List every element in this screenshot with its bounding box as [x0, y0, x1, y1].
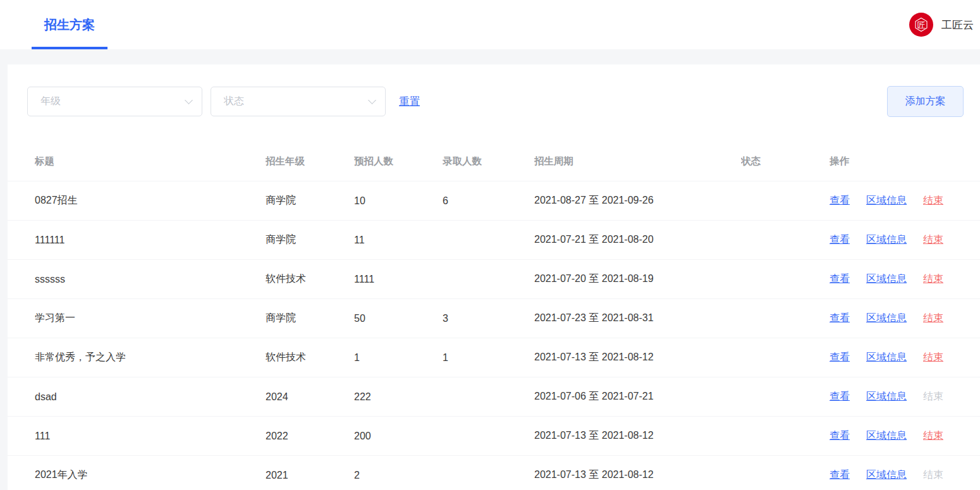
filter-bar: 年级 状态 重置 添加方案 [27, 86, 964, 117]
user-menu[interactable]: 匠 工匠云 [909, 0, 980, 49]
cell-title: dsad [35, 391, 266, 403]
cell-admitted: 6 [443, 195, 534, 207]
end-link[interactable]: 结束 [923, 194, 943, 207]
cell-actions: 查看 区域信息 结束 [830, 351, 980, 364]
table-row: 非常优秀，予之入学 软件技术 1 1 2021-07-13 至 2021-08-… [8, 338, 980, 377]
end-link[interactable]: 结束 [923, 273, 943, 286]
end-link[interactable]: 结束 [923, 469, 943, 482]
cell-actions: 查看 区域信息 结束 [830, 233, 980, 247]
cell-period: 2021-07-23 至 2021-08-31 [534, 312, 741, 325]
view-link[interactable]: 查看 [830, 351, 850, 364]
cell-grade: 2024 [266, 391, 354, 403]
region-info-link[interactable]: 区域信息 [866, 469, 907, 482]
column-header-title: 标题 [35, 155, 266, 168]
brand-avatar-icon: 匠 [909, 13, 933, 37]
cell-grade: 商学院 [266, 312, 354, 325]
cell-admitted: 1 [443, 352, 534, 364]
plans-table: 标题 招生年级 预招人数 录取人数 招生周期 状态 操作 0827招生 商学院 … [8, 142, 980, 490]
view-link[interactable]: 查看 [830, 194, 850, 207]
end-link[interactable]: 结束 [923, 351, 943, 364]
cell-title: 学习第一 [35, 312, 266, 325]
view-link[interactable]: 查看 [830, 469, 850, 482]
cell-title: 2021年入学 [35, 469, 266, 482]
add-plan-button[interactable]: 添加方案 [887, 86, 964, 117]
table-row: 111 2022 200 2021-07-13 至 2021-08-12 查看 … [8, 417, 980, 456]
region-info-link[interactable]: 区域信息 [866, 312, 907, 325]
view-link[interactable]: 查看 [830, 273, 850, 286]
cell-title: 非常优秀，予之入学 [35, 351, 266, 364]
cell-title: 0827招生 [35, 194, 266, 207]
cell-grade: 软件技术 [266, 351, 354, 364]
grade-select[interactable]: 年级 [27, 87, 202, 116]
cell-planned: 222 [354, 391, 443, 403]
cell-planned: 2 [354, 470, 443, 481]
chevron-down-icon [368, 96, 376, 104]
cell-actions: 查看 区域信息 结束 [830, 469, 980, 482]
cell-title: ssssss [35, 274, 266, 285]
grade-select-placeholder: 年级 [40, 95, 186, 108]
region-info-link[interactable]: 区域信息 [866, 194, 907, 207]
cell-actions: 查看 区域信息 结束 [830, 273, 980, 286]
end-link[interactable]: 结束 [923, 429, 943, 443]
user-name: 工匠云 [941, 18, 974, 32]
cell-title: 111111 [35, 235, 266, 246]
tab-enrollment-plan[interactable]: 招生方案 [32, 0, 107, 49]
region-info-link[interactable]: 区域信息 [866, 233, 907, 247]
column-header-actions: 操作 [830, 155, 980, 168]
chevron-down-icon [185, 96, 193, 104]
cell-period: 2021-07-06 至 2021-07-21 [534, 390, 741, 403]
cell-grade: 商学院 [266, 194, 354, 207]
cell-period: 2021-08-27 至 2021-09-26 [534, 194, 741, 207]
tab-active-indicator [32, 47, 107, 49]
column-header-period: 招生周期 [534, 155, 741, 168]
region-info-link[interactable]: 区域信息 [866, 429, 907, 443]
cell-period: 2021-07-13 至 2021-08-12 [534, 469, 741, 482]
region-info-link[interactable]: 区域信息 [866, 273, 907, 286]
cell-planned: 200 [354, 431, 443, 442]
end-link[interactable]: 结束 [923, 233, 943, 247]
table-row: 学习第一 商学院 50 3 2021-07-23 至 2021-08-31 查看… [8, 299, 980, 338]
end-link[interactable]: 结束 [923, 390, 943, 403]
column-header-planned: 预招人数 [354, 155, 443, 168]
column-header-grade: 招生年级 [266, 155, 354, 168]
region-info-link[interactable]: 区域信息 [866, 351, 907, 364]
cell-planned: 1 [354, 352, 443, 364]
cell-admitted: 3 [443, 313, 534, 324]
table-header-row: 标题 招生年级 预招人数 录取人数 招生周期 状态 操作 [8, 142, 980, 181]
cell-planned: 10 [354, 195, 443, 207]
column-header-status: 状态 [741, 155, 830, 168]
table-row: dsad 2024 222 2021-07-06 至 2021-07-21 查看… [8, 377, 980, 417]
cell-actions: 查看 区域信息 结束 [830, 312, 980, 325]
cell-grade: 商学院 [266, 233, 354, 247]
status-select[interactable]: 状态 [211, 87, 386, 116]
table-row: 2021年入学 2021 2 2021-07-13 至 2021-08-12 查… [8, 456, 980, 490]
tab-label: 招生方案 [44, 16, 95, 34]
cell-planned: 50 [354, 313, 443, 324]
cell-grade: 软件技术 [266, 273, 354, 286]
cell-period: 2021-07-13 至 2021-08-12 [534, 429, 741, 443]
view-link[interactable]: 查看 [830, 390, 850, 403]
cell-grade: 2021 [266, 470, 354, 481]
column-header-admitted: 录取人数 [443, 155, 534, 168]
cell-actions: 查看 区域信息 结束 [830, 429, 980, 443]
cell-planned: 1111 [354, 274, 443, 285]
table-row: 0827招生 商学院 10 6 2021-08-27 至 2021-09-26 … [8, 181, 980, 221]
cell-planned: 11 [354, 235, 443, 246]
view-link[interactable]: 查看 [830, 429, 850, 443]
status-select-placeholder: 状态 [224, 95, 369, 108]
view-link[interactable]: 查看 [830, 312, 850, 325]
region-info-link[interactable]: 区域信息 [866, 390, 907, 403]
cell-title: 111 [35, 431, 266, 442]
table-row: 111111 商学院 11 2021-07-21 至 2021-08-20 查看… [8, 221, 980, 260]
cell-period: 2021-07-21 至 2021-08-20 [534, 233, 741, 247]
view-link[interactable]: 查看 [830, 233, 850, 247]
end-link[interactable]: 结束 [923, 312, 943, 325]
reset-link[interactable]: 重置 [399, 95, 420, 109]
cell-grade: 2022 [266, 431, 354, 442]
cell-period: 2021-07-20 至 2021-08-19 [534, 273, 741, 286]
cell-actions: 查看 区域信息 结束 [830, 390, 980, 403]
cell-period: 2021-07-13 至 2021-08-12 [534, 351, 741, 364]
table-row: ssssss 软件技术 1111 2021-07-20 至 2021-08-19… [8, 260, 980, 299]
content-card: 年级 状态 重置 添加方案 标题 招生年级 预招人数 录取人数 招生周期 状态 … [8, 64, 980, 490]
table-body: 0827招生 商学院 10 6 2021-08-27 至 2021-09-26 … [8, 181, 980, 490]
